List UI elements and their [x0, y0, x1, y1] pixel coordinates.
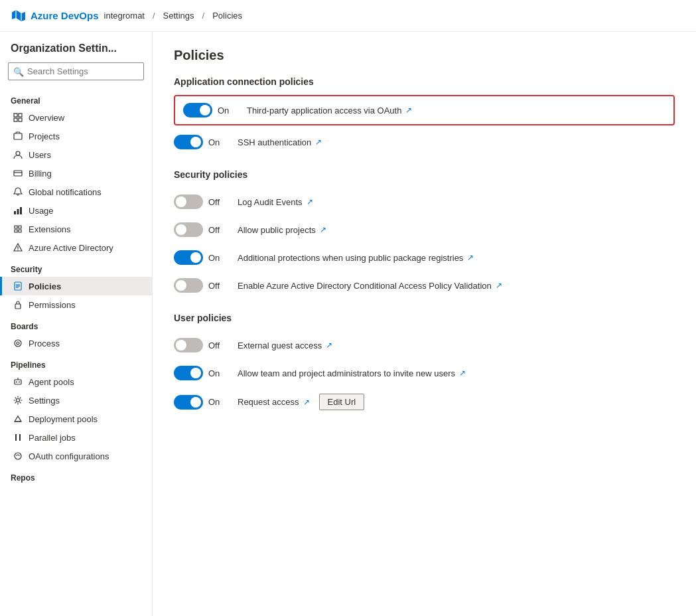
policy-name-ssh: SSH authentication ↗ [238, 137, 322, 147]
policy-name-invite-users: Allow team and project administrators to… [238, 368, 466, 378]
toggle-label-package-reg: On [208, 253, 224, 263]
grid-icon [13, 112, 23, 123]
sidebar: Organization Settin... 🔍 General Overvie… [0, 32, 153, 616]
sidebar-item-global-notifications[interactable]: Global notifications [0, 183, 152, 201]
sidebar-item-label: Usage [29, 206, 54, 216]
toggle-container-invite-users: On [174, 366, 227, 380]
sidebar-item-label: Overview [29, 113, 64, 123]
svg-rect-2 [14, 118, 17, 121]
toggle-log-audit[interactable] [174, 194, 203, 209]
section-title-app-connection: Application connection policies [174, 76, 675, 87]
policy-name-public-projects: Allow public projects ↗ [238, 225, 326, 235]
sidebar-item-label: Agent pools [29, 377, 74, 387]
sidebar-item-label: Azure Active Directory [29, 243, 113, 253]
sidebar-item-process[interactable]: Process [0, 334, 152, 352]
sidebar-item-oauth-configurations[interactable]: OAuth configurations [0, 447, 152, 465]
search-input[interactable] [8, 62, 144, 80]
sidebar-item-deployment-pools[interactable]: Deployment pools [0, 410, 152, 428]
toggle-container-request-access: On [174, 395, 227, 410]
projects-icon [13, 131, 23, 141]
sidebar-item-label: Policies [29, 281, 61, 291]
sidebar-item-billing[interactable]: Billing [0, 164, 152, 183]
search-icon: 🔍 [13, 66, 24, 76]
link-icon-aad-access: ↗ [496, 281, 502, 290]
policy-name-request-access: Request access ↗ Edit Url [238, 394, 364, 410]
toggle-container-log-audit: Off [174, 194, 227, 209]
sidebar-item-usage[interactable]: Usage [0, 201, 152, 220]
sidebar-item-label: Permissions [29, 300, 76, 310]
breadcrumb-sep2: / [202, 11, 205, 21]
sidebar-item-permissions[interactable]: Permissions [0, 295, 152, 314]
toggle-package-reg[interactable] [174, 250, 203, 265]
sidebar-item-overview[interactable]: Overview [0, 108, 152, 127]
policy-row-public-projects: Off Allow public projects ↗ [174, 216, 675, 244]
sidebar-item-projects[interactable]: Projects [0, 127, 152, 145]
toggle-aad-access[interactable] [174, 278, 203, 293]
toggle-third-party[interactable] [183, 103, 212, 117]
toggle-label-log-audit: Off [208, 197, 224, 207]
link-icon-request-access: ↗ [303, 398, 310, 407]
usage-icon [13, 205, 23, 216]
logo-icon [11, 8, 27, 24]
policy-row-invite-users: On Allow team and project administrators… [174, 359, 675, 387]
settings-icon [13, 395, 23, 406]
sidebar-item-label: Parallel jobs [29, 433, 76, 443]
toggle-container-third-party: On [183, 103, 236, 117]
process-icon [13, 338, 23, 348]
sidebar-item-label: OAuth configurations [29, 451, 109, 461]
section-label-boards: Boards [0, 314, 152, 334]
sidebar-item-policies[interactable]: Policies [0, 277, 152, 295]
section-title-user-policies: User policies [174, 313, 675, 323]
svg-point-12 [17, 250, 18, 250]
sidebar-item-extensions[interactable]: Extensions [0, 220, 152, 238]
users-icon [13, 149, 23, 160]
toggle-request-access[interactable] [174, 395, 203, 410]
svg-rect-9 [20, 207, 22, 214]
svg-rect-7 [14, 211, 16, 214]
sidebar-search-container: 🔍 [8, 62, 144, 80]
svg-point-21 [16, 382, 17, 383]
sidebar-item-settings[interactable]: Settings [0, 391, 152, 410]
toggle-public-projects[interactable] [174, 222, 203, 237]
sidebar-item-agent-pools[interactable]: Agent pools [0, 372, 152, 391]
notifications-icon [13, 187, 23, 197]
breadcrumb-sep1: / [153, 11, 155, 21]
toggle-label-third-party: On [218, 106, 234, 116]
breadcrumb-org: integromat [104, 11, 145, 21]
aad-icon [13, 242, 23, 253]
sidebar-item-label: Extensions [29, 224, 71, 234]
sidebar-item-label: Projects [29, 131, 60, 141]
policy-row-third-party-oauth: On Third-party application access via OA… [174, 95, 675, 125]
sidebar-item-label: Users [29, 150, 51, 160]
sidebar-item-users[interactable]: Users [0, 145, 152, 164]
policy-row-request-access: On Request access ↗ Edit Url [174, 387, 675, 417]
policy-name-package-reg: Additional protections when using public… [238, 253, 474, 263]
sidebar-item-label: Billing [29, 169, 52, 179]
billing-icon [13, 168, 23, 179]
parallel-icon [13, 432, 23, 443]
policy-row-external-guest: Off External guest access ↗ [174, 331, 675, 359]
edit-url-button[interactable]: Edit Url [319, 394, 365, 410]
toggle-external-guest[interactable] [174, 338, 203, 352]
link-icon-package-reg: ↗ [467, 253, 474, 262]
svg-point-22 [19, 382, 20, 383]
svg-point-19 [17, 342, 19, 345]
sidebar-item-parallel-jobs[interactable]: Parallel jobs [0, 428, 152, 447]
sidebar-item-label: Global notifications [29, 187, 102, 197]
toggle-container-external-guest: Off [174, 338, 227, 352]
svg-point-27 [15, 453, 21, 459]
breadcrumb-policies: Policies [212, 11, 242, 21]
toggle-container-aad-access: Off [174, 278, 227, 293]
svg-rect-3 [19, 118, 22, 121]
policy-name-log-audit: Log Audit Events ↗ [238, 197, 313, 207]
content-area: Policies Application connection policies… [153, 32, 696, 616]
sidebar-item-azure-active-directory[interactable]: Azure Active Directory [0, 238, 152, 257]
toggle-label-invite-users: On [208, 368, 224, 378]
policy-name-external-guest: External guest access ↗ [238, 341, 332, 350]
toggle-ssh[interactable] [174, 135, 203, 149]
toggle-invite-users[interactable] [174, 366, 203, 380]
agent-icon [13, 376, 23, 387]
app-logo[interactable]: Azure DevOps [11, 8, 99, 24]
svg-rect-1 [19, 114, 22, 117]
oauth-icon [13, 451, 23, 461]
